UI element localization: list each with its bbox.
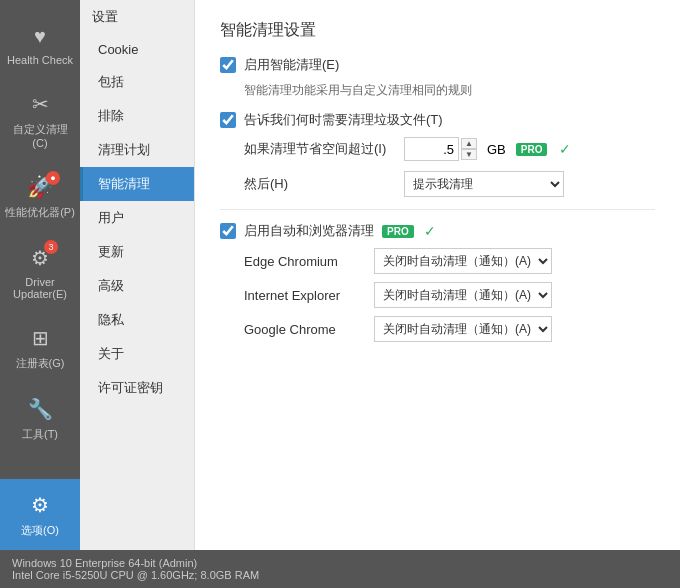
driver-updater-icon: ⚙ 3 — [26, 244, 54, 272]
status-line-2: Intel Core i5-5250U CPU @ 1.60GHz; 8.0GB… — [12, 569, 668, 581]
notify-junk-label: 告诉我们何时需要清理垃圾文件(T) — [244, 111, 443, 129]
sidebar-item-label: Health Check — [7, 54, 73, 66]
sidebar-item-label: 自定义清理(C) — [5, 122, 75, 149]
unit-label: GB — [487, 142, 506, 157]
enable-auto-browser-checkbox[interactable] — [220, 223, 236, 239]
space-threshold-input[interactable] — [404, 137, 459, 161]
chrome-label: Google Chrome — [244, 322, 364, 337]
enable-smart-clean-label: 启用智能清理(E) — [244, 56, 339, 74]
number-input-wrap: ▲ ▼ — [404, 137, 477, 161]
icon-sidebar: ♥ Health Check ✂ 自定义清理(C) 🚀 ● 性能优化器(P) ⚙… — [0, 0, 80, 550]
menu-item-privacy[interactable]: 隐私 — [80, 303, 194, 337]
then-row: 然后(H) 提示我清理 自动清理 仅通知 — [244, 171, 655, 197]
notification-badge: ● — [46, 171, 60, 185]
menu-item-about[interactable]: 关于 — [80, 337, 194, 371]
health-check-icon: ♥ — [26, 22, 54, 50]
status-bar: Windows 10 Enterprise 64-bit (Admin) Int… — [0, 550, 680, 588]
menu-item-user[interactable]: 用户 — [80, 201, 194, 235]
menu-item-update[interactable]: 更新 — [80, 235, 194, 269]
enable-smart-clean-row: 启用智能清理(E) — [220, 56, 655, 74]
sidebar-item-label: 性能优化器(P) — [5, 205, 75, 220]
enable-smart-clean-checkbox[interactable] — [220, 57, 236, 73]
menu-item-smart-clean[interactable]: 智能清理 — [80, 167, 194, 201]
sidebar-item-performance[interactable]: 🚀 ● 性能优化器(P) — [0, 161, 80, 232]
space-threshold-label: 如果清理节省空间超过(I) — [244, 140, 394, 158]
notify-junk-row: 告诉我们何时需要清理垃圾文件(T) — [220, 111, 655, 129]
menu-item-advanced[interactable]: 高级 — [80, 269, 194, 303]
app-container: ♥ Health Check ✂ 自定义清理(C) 🚀 ● 性能优化器(P) ⚙… — [0, 0, 680, 588]
auto-browser-pro-check-icon: ✓ — [424, 223, 436, 239]
driver-badge: 3 — [44, 240, 58, 254]
space-threshold-row: 如果清理节省空间超过(I) ▲ ▼ GB PRO ✓ — [244, 137, 655, 161]
spinner: ▲ ▼ — [461, 138, 477, 160]
sidebar-item-registry[interactable]: ⊞ 注册表(G) — [0, 312, 80, 383]
sub-description: 智能清理功能采用与自定义清理相同的规则 — [244, 82, 655, 99]
sidebar-item-label: 选项(O) — [21, 523, 59, 538]
sidebar-item-tools[interactable]: 🔧 工具(T) — [0, 383, 80, 454]
edge-chromium-label: Edge Chromium — [244, 254, 364, 269]
enable-auto-browser-row: 启用自动和浏览器清理 PRO ✓ — [220, 222, 655, 240]
menu-item-schedule[interactable]: 清理计划 — [80, 133, 194, 167]
chrome-select[interactable]: 关闭时自动清理（通知）(A) 关闭时自动清理(A) 手动清理 禁用 — [374, 316, 552, 342]
content-title: 智能清理设置 — [220, 20, 655, 41]
options-icon: ⚙ — [26, 491, 54, 519]
browser-row-edge: Edge Chromium 关闭时自动清理（通知）(A) 关闭时自动清理(A) … — [244, 248, 655, 274]
sidebar-item-label: Driver Updater(E) — [5, 276, 75, 300]
ie-label: Internet Explorer — [244, 288, 364, 303]
menu-item-include[interactable]: 包括 — [80, 65, 194, 99]
ie-select[interactable]: 关闭时自动清理（通知）(A) 关闭时自动清理(A) 手动清理 禁用 — [374, 282, 552, 308]
pro-badge: PRO — [516, 143, 548, 156]
pro-check-icon: ✓ — [559, 141, 571, 157]
then-label: 然后(H) — [244, 175, 394, 193]
custom-clean-icon: ✂ — [26, 90, 54, 118]
sidebar-item-label: 注册表(G) — [16, 356, 65, 371]
browser-row-ie: Internet Explorer 关闭时自动清理（通知）(A) 关闭时自动清理… — [244, 282, 655, 308]
then-select[interactable]: 提示我清理 自动清理 仅通知 — [404, 171, 564, 197]
main-area: ♥ Health Check ✂ 自定义清理(C) 🚀 ● 性能优化器(P) ⚙… — [0, 0, 680, 550]
edge-chromium-select[interactable]: 关闭时自动清理（通知）(A) 关闭时自动清理(A) 手动清理 禁用 — [374, 248, 552, 274]
content-area: 智能清理设置 启用智能清理(E) 智能清理功能采用与自定义清理相同的规则 告诉我… — [195, 0, 680, 550]
sidebar-item-label: 工具(T) — [22, 427, 58, 442]
status-line-1: Windows 10 Enterprise 64-bit (Admin) — [12, 557, 668, 569]
browser-row-chrome: Google Chrome 关闭时自动清理（通知）(A) 关闭时自动清理(A) … — [244, 316, 655, 342]
menu-item-cookie[interactable]: Cookie — [80, 34, 194, 65]
spinner-up-button[interactable]: ▲ — [461, 138, 477, 149]
enable-auto-browser-label: 启用自动和浏览器清理 — [244, 222, 374, 240]
auto-browser-pro-badge: PRO — [382, 225, 414, 238]
sidebar-item-custom-clean[interactable]: ✂ 自定义清理(C) — [0, 78, 80, 161]
registry-icon: ⊞ — [26, 324, 54, 352]
notify-junk-checkbox[interactable] — [220, 112, 236, 128]
tools-icon: 🔧 — [26, 395, 54, 423]
menu-item-license[interactable]: 许可证密钥 — [80, 371, 194, 405]
sidebar-item-health-check[interactable]: ♥ Health Check — [0, 10, 80, 78]
performance-icon: 🚀 ● — [26, 173, 54, 201]
menu-sidebar: 设置 Cookie 包括 排除 清理计划 智能清理 用户 更新 高级 隐私 关于… — [80, 0, 195, 550]
sidebar-item-driver-updater[interactable]: ⚙ 3 Driver Updater(E) — [0, 232, 80, 312]
menu-section-title: 设置 — [80, 0, 194, 34]
sidebar-item-options[interactable]: ⚙ 选项(O) — [0, 479, 80, 550]
divider-1 — [220, 209, 655, 210]
spinner-down-button[interactable]: ▼ — [461, 149, 477, 160]
menu-item-exclude[interactable]: 排除 — [80, 99, 194, 133]
